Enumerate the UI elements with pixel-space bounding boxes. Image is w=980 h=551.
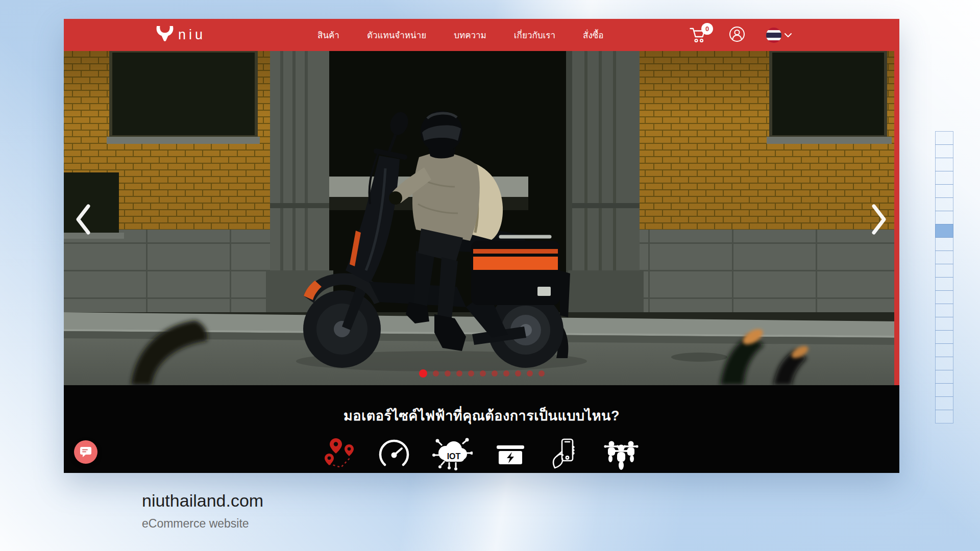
feature-section: มอเตอร์ไซค์ไฟฟ้าที่คุณต้องการเป็นแบบไหน?	[64, 385, 899, 473]
filmstrip-cell	[935, 144, 953, 158]
cart-count-badge: 0	[701, 23, 713, 35]
nav-item-order[interactable]: สั่งซื้อ	[583, 28, 603, 42]
nav-item-about[interactable]: เกี่ยวกับเรา	[514, 28, 555, 42]
filmstrip-cell	[935, 383, 953, 397]
niu-bull-icon	[156, 26, 174, 45]
filmstrip-cell	[935, 251, 953, 264]
feature-title: มอเตอร์ไซค์ไฟฟ้าที่คุณต้องการเป็นแบบไหน?	[64, 405, 899, 427]
filmstrip-cell	[935, 211, 953, 224]
site-url-label: niuthailand.com	[142, 491, 263, 511]
filmstrip-cell	[935, 264, 953, 278]
nav-item-articles[interactable]: บทความ	[454, 28, 486, 42]
feature-icons-row: IOT	[64, 437, 899, 471]
carousel-prev-button[interactable]	[74, 202, 91, 237]
phone-in-hand-icon[interactable]	[548, 437, 581, 471]
filmstrip-cell	[935, 158, 953, 171]
carousel-dot-3[interactable]	[445, 370, 451, 377]
carousel-dot-2[interactable]	[433, 370, 439, 377]
user-icon	[728, 26, 746, 43]
niu-logo[interactable]: niu	[156, 19, 206, 51]
thailand-flag-icon	[766, 28, 781, 43]
cart-icon	[690, 36, 707, 45]
filmstrip-cell	[935, 410, 953, 423]
carousel-dot-5[interactable]	[468, 370, 474, 377]
filmstrip-cell	[935, 224, 953, 238]
filmstrip-cell	[935, 370, 953, 384]
riders-group-icon[interactable]	[602, 437, 640, 471]
hero-photo-scooter-rider	[64, 51, 899, 385]
carousel-dot-1[interactable]	[419, 369, 427, 378]
speedometer-icon[interactable]	[378, 437, 410, 471]
caption: niuthailand.com eCommerce website	[142, 491, 263, 531]
carousel-dot-11[interactable]	[538, 370, 545, 377]
site-type-label: eCommerce website	[142, 517, 263, 531]
carousel-dot-10[interactable]	[527, 370, 533, 377]
filmstrip-cell	[935, 184, 953, 198]
battery-icon[interactable]	[494, 437, 527, 471]
svg-text:IOT: IOT	[447, 452, 460, 461]
carousel-dot-6[interactable]	[480, 370, 486, 377]
hero-carousel	[64, 51, 899, 385]
carousel-next-button[interactable]	[871, 202, 888, 237]
nav-item-products[interactable]: สินค้า	[317, 28, 339, 42]
filmstrip-cell	[935, 317, 953, 331]
cart-button[interactable]: 0	[690, 27, 708, 43]
language-selector[interactable]	[766, 28, 792, 43]
filmstrip-cell	[935, 357, 953, 370]
filmstrip	[935, 132, 953, 423]
navbar: niu สินค้าตัวแทนจำหน่ายบทความเกี่ยวกับเร…	[64, 19, 899, 51]
nav-right-cluster: 0	[690, 19, 792, 51]
filmstrip-cell	[935, 131, 953, 145]
filmstrip-cell	[935, 396, 953, 410]
filmstrip-cell	[935, 277, 953, 291]
route-pins-icon[interactable]	[324, 437, 356, 471]
chat-button[interactable]	[74, 440, 97, 464]
slide-background: niu สินค้าตัวแทนจำหน่ายบทความเกี่ยวกับเร…	[0, 0, 980, 551]
carousel-dot-8[interactable]	[503, 370, 509, 377]
logo-text: niu	[178, 28, 206, 42]
carousel-dot-9[interactable]	[515, 370, 521, 377]
chevron-down-icon	[785, 33, 792, 38]
filmstrip-cell	[935, 330, 953, 344]
carousel-dots	[419, 369, 545, 378]
account-button[interactable]	[728, 26, 746, 45]
carousel-dot-7[interactable]	[492, 370, 498, 377]
chevron-left-icon	[74, 202, 91, 237]
filmstrip-cell	[935, 290, 953, 304]
website-screenshot: niu สินค้าตัวแทนจำหน่ายบทความเกี่ยวกับเร…	[64, 19, 899, 473]
filmstrip-cell	[935, 197, 953, 211]
filmstrip-cell	[935, 237, 953, 251]
carousel-dot-4[interactable]	[456, 370, 462, 377]
iot-cloud-icon[interactable]: IOT	[432, 437, 473, 471]
chat-bubble-icon	[80, 446, 92, 458]
filmstrip-cell	[935, 343, 953, 357]
filmstrip-cell	[935, 304, 953, 317]
nav-menu: สินค้าตัวแทนจำหน่ายบทความเกี่ยวกับเราสั่…	[317, 19, 603, 51]
nav-item-dealers[interactable]: ตัวแทนจำหน่าย	[367, 28, 426, 42]
filmstrip-cell	[935, 171, 953, 185]
chevron-right-icon	[871, 202, 888, 237]
